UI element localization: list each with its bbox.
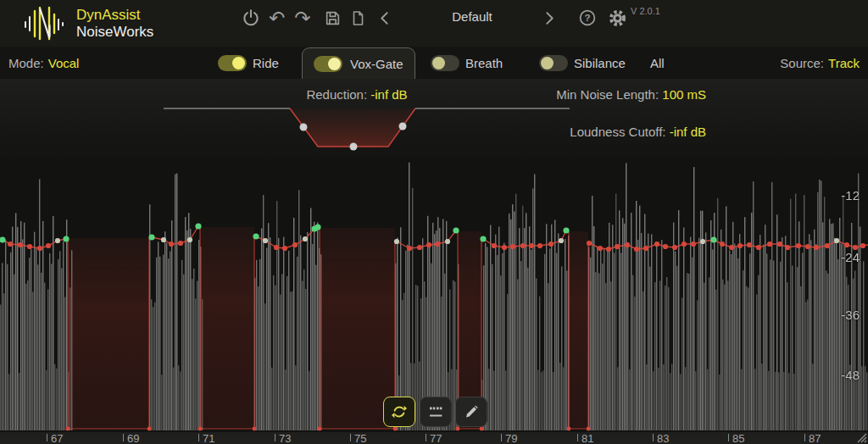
- timeline-tick-85: 85: [728, 434, 744, 444]
- mode-readout[interactable]: Mode: Vocal: [8, 47, 79, 79]
- previous-preset-button[interactable]: [372, 6, 396, 30]
- timeline-tick-71: 71: [198, 434, 214, 444]
- save-icon: [324, 9, 342, 27]
- breath-toggle[interactable]: [431, 55, 459, 71]
- reduction-label: Reduction:: [306, 87, 367, 102]
- resize-handle[interactable]: [854, 430, 867, 443]
- timeline-tick-87: 87: [804, 434, 821, 444]
- timeline-tick-75: 75: [350, 434, 366, 444]
- sibilance-toggle[interactable]: [539, 55, 568, 71]
- auto-refresh-tool-button[interactable]: [383, 397, 415, 427]
- vox-gate-toggle[interactable]: [314, 56, 342, 72]
- timeline-tick-67: 67: [47, 434, 63, 444]
- undo-icon: ↶: [269, 8, 285, 28]
- mode-label: Mode:: [8, 56, 44, 70]
- ride-toggle[interactable]: [218, 55, 247, 71]
- robot-face-icon: [427, 403, 444, 420]
- min-noise-readout[interactable]: Min Noise Length: 100 mS: [556, 87, 706, 102]
- breath-toggle-knob: [432, 57, 445, 69]
- sibilance-label: Sibilance: [574, 56, 626, 70]
- vox-gate-toggle-knob: [328, 58, 341, 70]
- waveform-canvas[interactable]: [0, 157, 868, 432]
- svg-text:?: ?: [584, 13, 590, 23]
- document-icon: [349, 9, 366, 27]
- db-label--24: -24: [841, 250, 860, 264]
- waveform-display: -12-24-36-48: [0, 157, 868, 432]
- power-icon: [242, 8, 260, 27]
- save-preset-button[interactable]: [320, 6, 344, 30]
- help-button[interactable]: ?: [576, 6, 599, 30]
- help-icon: ?: [578, 8, 597, 27]
- mode-bar: Mode: Vocal Ride Vox-Gate Breath Sibilan…: [0, 47, 868, 80]
- settings-button[interactable]: [605, 6, 629, 30]
- header-bar: DynAssist NoiseWorks ↶ ↷: [0, 0, 868, 47]
- db-label--12: -12: [841, 188, 860, 203]
- timeline-tick-81: 81: [577, 434, 593, 444]
- chevron-right-icon: [544, 11, 555, 25]
- source-value: Track: [828, 56, 860, 70]
- refresh-cycle-icon: [391, 403, 408, 420]
- face-detect-tool-button[interactable]: [420, 397, 452, 427]
- curve-handle-bottom[interactable]: [350, 143, 358, 151]
- loudness-cutoff-label: Loudness Cutoff:: [570, 125, 665, 139]
- next-preset-button[interactable]: [537, 6, 561, 30]
- timeline-tick-69: 69: [123, 434, 139, 444]
- timeline-tick-77: 77: [426, 434, 442, 444]
- min-noise-label: Min Noise Length:: [556, 87, 659, 102]
- tab-vox-gate[interactable]: Vox-Gate: [302, 47, 415, 79]
- vendor-name: NoiseWorks: [76, 24, 153, 41]
- source-label: Source:: [780, 56, 824, 70]
- ride-label: Ride: [253, 56, 279, 70]
- min-noise-value: 100 mS: [662, 87, 706, 102]
- mode-value: Vocal: [48, 56, 80, 70]
- db-label--48: -48: [841, 368, 860, 382]
- curve-handle-right[interactable]: [399, 123, 407, 130]
- edit-tool-button[interactable]: [455, 397, 487, 427]
- ride-toggle-knob: [232, 57, 245, 69]
- breath-label: Breath: [465, 56, 503, 70]
- new-preset-button[interactable]: [346, 6, 370, 30]
- curve-handle-left[interactable]: [300, 124, 308, 131]
- dynassist-plugin-window: DynAssist NoiseWorks ↶ ↷: [0, 0, 868, 444]
- loudness-cutoff-readout[interactable]: Loudness Cutoff: -inf dB: [570, 125, 706, 139]
- undo-button[interactable]: ↶: [265, 6, 289, 30]
- preset-name[interactable]: Default: [420, 9, 525, 24]
- curve-dip-fill: [290, 108, 415, 147]
- timeline-tick-83: 83: [653, 434, 669, 444]
- vox-gate-label: Vox-Gate: [350, 57, 403, 71]
- sibilance-toggle-knob: [541, 57, 554, 69]
- redo-icon: ↷: [294, 8, 310, 28]
- redo-button[interactable]: ↷: [291, 6, 314, 30]
- loudness-cutoff-value: -inf dB: [670, 125, 706, 139]
- db-label--36: -36: [841, 308, 860, 322]
- pencil-icon: [463, 403, 480, 420]
- version-label: V 2.0.1: [631, 6, 660, 16]
- source-readout[interactable]: Source: Track: [780, 47, 860, 79]
- all-label: All: [650, 56, 665, 70]
- plugin-titles: DynAssist NoiseWorks: [76, 7, 153, 41]
- timeline-ruler[interactable]: 6769717375777981838587: [0, 432, 868, 444]
- noiseworks-logo-icon: [23, 4, 67, 43]
- timeline-tick-73: 73: [275, 434, 291, 444]
- chevron-left-icon: [379, 11, 390, 25]
- power-button[interactable]: [239, 6, 263, 30]
- tab-all[interactable]: All: [650, 47, 665, 79]
- gate-curve-panel: Reduction: -inf dB Min Noise Length: 100…: [0, 79, 868, 157]
- timeline-tick-79: 79: [501, 434, 517, 444]
- plugin-name: DynAssist: [76, 7, 153, 24]
- reduction-value: -inf dB: [370, 87, 407, 102]
- gear-icon: [608, 8, 627, 28]
